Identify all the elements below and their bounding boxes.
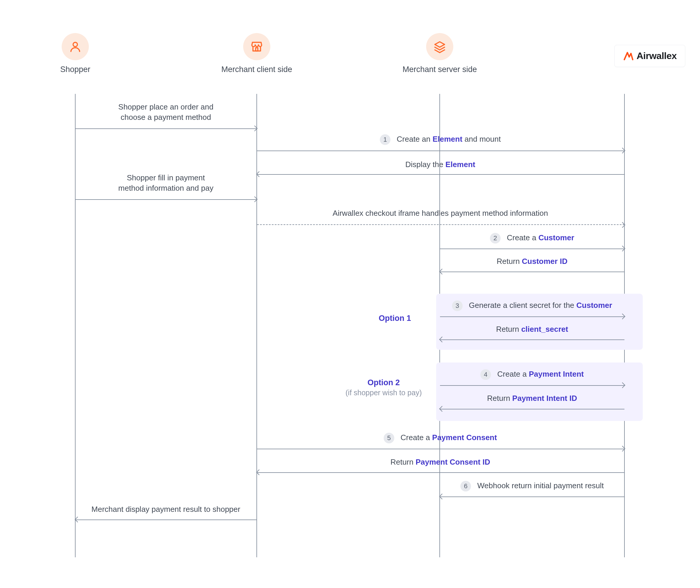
arrow-12 xyxy=(257,449,624,449)
msg-13: Return Payment Consent ID xyxy=(390,457,490,467)
actor-server: Merchant server side xyxy=(395,33,484,74)
step-4-badge: 4 xyxy=(480,369,491,380)
msg-08: 3 Generate a client secret for the Custo… xyxy=(452,300,612,311)
svg-marker-2 xyxy=(435,42,445,47)
actor-client: Merchant client side xyxy=(212,33,301,74)
step-3-badge: 3 xyxy=(452,300,463,311)
msg-03: Display the Element xyxy=(405,159,475,170)
airwallex-logo-icon xyxy=(623,51,634,61)
svg-point-0 xyxy=(73,42,78,47)
msg-15: Merchant display payment result to shopp… xyxy=(91,504,240,515)
svg-rect-1 xyxy=(256,48,258,51)
msg-06: 2 Create a Customer xyxy=(490,233,574,244)
arrow-11 xyxy=(440,409,624,409)
arrow-08 xyxy=(440,316,624,317)
store-icon xyxy=(243,33,270,60)
arrow-06 xyxy=(440,249,624,249)
arrow-01 xyxy=(76,128,257,129)
actor-label: Shopper xyxy=(31,65,120,74)
actor-shopper: Shopper xyxy=(31,33,120,74)
arrow-05-dashed xyxy=(257,224,624,225)
step-6-badge: 6 xyxy=(460,481,471,491)
step-1-badge: 1 xyxy=(380,134,390,145)
option-2-label: Option 2 (if shopper wish to pay) xyxy=(346,377,422,398)
airwallex-badge: Airwallex xyxy=(614,45,685,67)
sequence-diagram: Shopper Merchant client side Merchant se… xyxy=(0,0,700,588)
msg-09: Return client_secret xyxy=(496,324,568,334)
msg-10: 4 Create a Payment Intent xyxy=(480,369,584,380)
msg-01: Shopper place an order and choose a paym… xyxy=(118,102,213,123)
msg-05: Airwallex checkout iframe handles paymen… xyxy=(333,208,548,218)
arrow-02 xyxy=(257,151,624,151)
lifeline-shopper xyxy=(75,94,76,557)
arrow-03 xyxy=(257,174,624,175)
user-icon xyxy=(62,33,89,60)
airwallex-label: Airwallex xyxy=(637,50,677,61)
arrow-15 xyxy=(76,520,257,520)
step-2-badge: 2 xyxy=(490,233,501,244)
actor-label: Merchant server side xyxy=(395,65,484,74)
arrow-09 xyxy=(440,339,624,340)
msg-04: Shopper fill in payment method informati… xyxy=(118,173,213,193)
msg-14: 6 Webhook return initial payment result xyxy=(460,481,604,491)
arrow-14 xyxy=(440,496,624,497)
msg-02: 1 Create an Element and mount xyxy=(380,134,501,145)
arrow-04 xyxy=(76,199,257,200)
msg-07: Return Customer ID xyxy=(497,256,567,267)
option-1-label: Option 1 xyxy=(379,313,411,324)
arrow-13 xyxy=(257,472,624,473)
arrow-07 xyxy=(440,272,624,272)
actor-label: Merchant client side xyxy=(212,65,301,74)
arrow-10 xyxy=(440,385,624,386)
msg-11: Return Payment Intent ID xyxy=(487,393,577,404)
msg-12: 5 Create a Payment Consent xyxy=(384,432,497,443)
step-5-badge: 5 xyxy=(384,433,394,443)
stack-icon xyxy=(426,33,453,60)
lifeline-client xyxy=(256,94,257,557)
